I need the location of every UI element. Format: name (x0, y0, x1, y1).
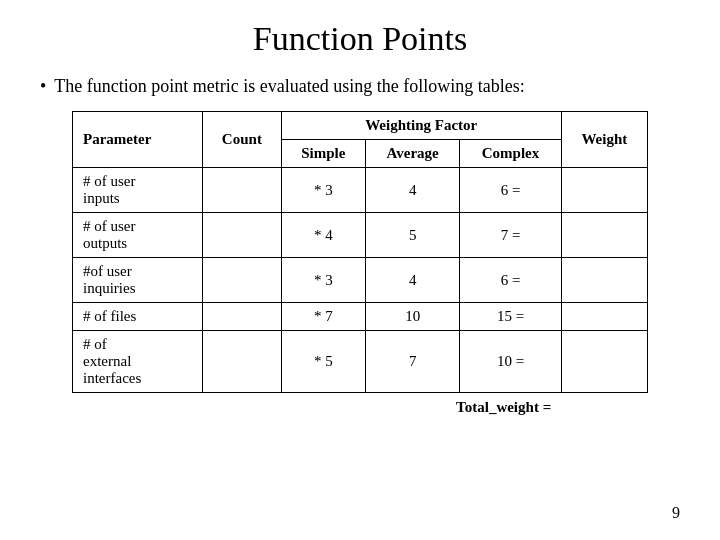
row-2-count (203, 258, 282, 303)
table-row: # of files * 7 10 15 = (73, 303, 648, 331)
row-4-average: 7 (365, 331, 459, 393)
bullet-point: • The function point metric is evaluated… (40, 76, 680, 97)
col-header-parameter: Parameter (73, 112, 203, 168)
row-4-simple: * 5 (281, 331, 365, 393)
bullet-dot: • (40, 76, 46, 97)
row-3-complex: 15 = (460, 303, 561, 331)
row-0-average: 4 (365, 168, 459, 213)
total-label: Total_weight = (73, 393, 562, 422)
table-row: # of userinputs * 3 4 6 = (73, 168, 648, 213)
row-4-count (203, 331, 282, 393)
page-number: 9 (672, 504, 680, 522)
row-3-average: 10 (365, 303, 459, 331)
row-3-param: # of files (73, 303, 203, 331)
row-3-count (203, 303, 282, 331)
total-value (561, 393, 647, 422)
row-1-simple: * 4 (281, 213, 365, 258)
row-2-complex: 6 = (460, 258, 561, 303)
row-2-average: 4 (365, 258, 459, 303)
table-row: #of userinquiries * 3 4 6 = (73, 258, 648, 303)
row-4-weight (561, 331, 647, 393)
row-4-param: # ofexternalinterfaces (73, 331, 203, 393)
slide: Function Points • The function point met… (0, 0, 720, 540)
col-header-average: Average (365, 140, 459, 168)
col-header-complex: Complex (460, 140, 561, 168)
row-2-weight (561, 258, 647, 303)
row-1-weight (561, 213, 647, 258)
total-row: Total_weight = (73, 393, 648, 422)
table-row: # ofexternalinterfaces * 5 7 10 = (73, 331, 648, 393)
page-title: Function Points (40, 20, 680, 58)
row-1-count (203, 213, 282, 258)
row-3-weight (561, 303, 647, 331)
row-1-param: # of useroutputs (73, 213, 203, 258)
row-0-weight (561, 168, 647, 213)
row-0-simple: * 3 (281, 168, 365, 213)
col-header-weight: Weight (561, 112, 647, 168)
row-1-average: 5 (365, 213, 459, 258)
bullet-text: The function point metric is evaluated u… (54, 76, 524, 97)
row-2-simple: * 3 (281, 258, 365, 303)
row-3-simple: * 7 (281, 303, 365, 331)
row-2-param: #of userinquiries (73, 258, 203, 303)
col-header-count: Count (203, 112, 282, 168)
row-0-complex: 6 = (460, 168, 561, 213)
row-0-param: # of userinputs (73, 168, 203, 213)
weighting-factor-header: Weighting Factor (281, 112, 561, 140)
table-row: # of useroutputs * 4 5 7 = (73, 213, 648, 258)
row-1-complex: 7 = (460, 213, 561, 258)
row-0-count (203, 168, 282, 213)
row-4-complex: 10 = (460, 331, 561, 393)
col-header-simple: Simple (281, 140, 365, 168)
function-points-table: Parameter Count Weighting Factor Weight … (72, 111, 648, 421)
